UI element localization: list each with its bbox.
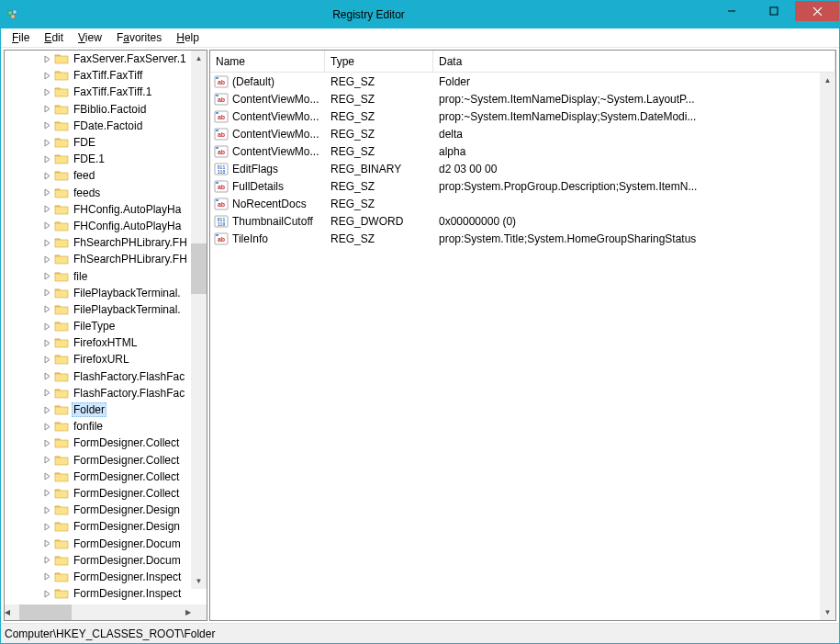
scroll-track[interactable] xyxy=(820,88,835,604)
tree-item[interactable]: FormDesigner.Docum xyxy=(5,552,192,569)
tree-body[interactable]: FaxServer.FaxServer.1FaxTiff.FaxTiffFaxT… xyxy=(5,51,207,604)
expand-icon[interactable] xyxy=(41,70,52,81)
expand-icon[interactable] xyxy=(41,187,52,198)
expand-icon[interactable] xyxy=(41,488,52,499)
expand-icon[interactable] xyxy=(41,288,52,299)
expand-icon[interactable] xyxy=(41,271,52,282)
expand-icon[interactable] xyxy=(41,170,52,181)
tree-item[interactable]: feeds xyxy=(5,185,192,201)
expand-icon[interactable] xyxy=(41,137,52,148)
expand-icon[interactable] xyxy=(41,504,52,515)
tree-item[interactable]: FormDesigner.Docum xyxy=(5,535,192,551)
expand-icon[interactable] xyxy=(41,521,52,532)
list-row[interactable]: abContentViewMo...REG_SZalpha xyxy=(210,142,835,160)
scroll-track[interactable] xyxy=(191,66,207,573)
expand-icon[interactable] xyxy=(41,404,52,415)
expand-icon[interactable] xyxy=(41,120,52,131)
expand-icon[interactable] xyxy=(41,471,52,482)
tree-item[interactable]: FHConfig.AutoPlayHa xyxy=(5,218,192,234)
expand-icon[interactable] xyxy=(41,104,52,115)
tree-item[interactable]: FormDesigner.Design xyxy=(5,518,192,535)
list-row[interactable]: abNoRecentDocsREG_SZ xyxy=(210,195,835,212)
expand-icon[interactable] xyxy=(41,354,52,365)
expand-icon[interactable] xyxy=(41,153,52,164)
expand-icon[interactable] xyxy=(41,254,52,265)
tree-item[interactable]: FaxTiff.FaxTiff xyxy=(5,67,192,84)
list-row[interactable]: abContentViewMo...REG_SZprop:~System.Ite… xyxy=(210,90,835,107)
tree-item[interactable]: FileType xyxy=(5,318,192,334)
column-header-name[interactable]: Name xyxy=(210,51,325,72)
expand-icon[interactable] xyxy=(41,388,52,399)
tree-item[interactable]: FDate.Factoid xyxy=(5,118,192,134)
tree-item[interactable]: feed xyxy=(5,167,192,184)
scroll-down-button[interactable]: ▼ xyxy=(820,604,835,620)
tree-item[interactable]: FormDesigner.Collect xyxy=(5,485,192,502)
expand-icon[interactable] xyxy=(41,304,52,315)
tree-item[interactable]: FaxServer.FaxServer.1 xyxy=(5,51,192,67)
expand-icon[interactable] xyxy=(41,204,52,215)
scroll-down-button[interactable]: ▼ xyxy=(191,573,207,589)
minimize-button[interactable] xyxy=(711,1,753,21)
list-row[interactable]: 011110ThumbnailCutoffREG_DWORD0x00000000… xyxy=(210,212,835,230)
expand-icon[interactable] xyxy=(41,437,52,448)
expand-icon[interactable] xyxy=(41,321,52,332)
tree-item[interactable]: FormDesigner.Collect xyxy=(5,452,192,469)
tree-item[interactable]: FDE xyxy=(5,134,192,151)
tree-item[interactable]: FBiblio.Factoid xyxy=(5,101,192,118)
hscroll-track[interactable] xyxy=(10,604,185,620)
scroll-thumb[interactable] xyxy=(191,243,207,294)
tree-item[interactable]: FaxTiff.FaxTiff.1 xyxy=(5,84,192,100)
list-vscrollbar[interactable]: ▲ ▼ xyxy=(820,73,835,620)
close-button[interactable] xyxy=(795,1,839,21)
tree-item[interactable]: fonfile xyxy=(5,418,192,435)
expand-icon[interactable] xyxy=(41,371,52,382)
tree-item[interactable]: FormDesigner.Inspect xyxy=(5,585,192,602)
list-body[interactable]: ab(Default)REG_SZFolderabContentViewMo..… xyxy=(210,73,835,620)
tree-item[interactable]: FirefoxHTML xyxy=(5,334,192,351)
tree-item[interactable]: FormDesigner.Inspect xyxy=(5,569,192,585)
titlebar[interactable]: Registry Editor xyxy=(1,1,839,28)
menu-help[interactable]: Help xyxy=(169,29,207,46)
list-row[interactable]: ab(Default)REG_SZFolder xyxy=(210,73,835,90)
expand-icon[interactable] xyxy=(41,538,52,549)
tree-item[interactable]: FilePlaybackTerminal. xyxy=(5,301,192,318)
maximize-button[interactable] xyxy=(753,1,795,21)
list-row[interactable]: abTileInfoREG_SZprop:System.Title;System… xyxy=(210,230,835,247)
tree-item[interactable]: FormDesigner.Collect xyxy=(5,469,192,485)
expand-icon[interactable] xyxy=(41,421,52,432)
tree-item[interactable]: FlashFactory.FlashFac xyxy=(5,385,192,401)
list-row[interactable]: abContentViewMo...REG_SZdelta xyxy=(210,125,835,142)
expand-icon[interactable] xyxy=(41,337,52,348)
menu-edit[interactable]: Edit xyxy=(37,29,71,46)
expand-icon[interactable] xyxy=(41,455,52,466)
tree-item[interactable]: FDE.1 xyxy=(5,151,192,167)
list-row[interactable]: abFullDetailsREG_SZprop:System.PropGroup… xyxy=(210,177,835,195)
tree-item[interactable]: FirefoxURL xyxy=(5,351,192,367)
hscroll-thumb[interactable] xyxy=(19,604,72,620)
menu-file[interactable]: File xyxy=(5,29,37,46)
tree-item[interactable]: FhSearchPHLibrary.FH xyxy=(5,251,192,267)
scroll-up-button[interactable]: ▲ xyxy=(820,73,835,88)
column-header-type[interactable]: Type xyxy=(325,51,433,72)
expand-icon[interactable] xyxy=(41,237,52,248)
tree-item[interactable]: file xyxy=(5,267,192,284)
expand-icon[interactable] xyxy=(41,220,52,232)
tree-item[interactable]: Folder xyxy=(5,401,192,418)
tree-item[interactable]: FlashFactory.FlashFac xyxy=(5,368,192,385)
tree-item[interactable]: FhSearchPHLibrary.FH xyxy=(5,234,192,251)
tree-hscrollbar[interactable]: ◀ ▶ xyxy=(5,604,207,620)
menu-view[interactable]: View xyxy=(71,29,109,46)
expand-icon[interactable] xyxy=(41,86,52,97)
list-row[interactable]: abContentViewMo...REG_SZprop:~System.Ite… xyxy=(210,107,835,125)
menu-favorites[interactable]: Favorites xyxy=(109,29,169,46)
expand-icon[interactable] xyxy=(41,555,52,566)
column-header-data[interactable]: Data xyxy=(433,51,835,72)
tree-item[interactable]: FormDesigner.Design xyxy=(5,502,192,518)
scroll-up-button[interactable]: ▲ xyxy=(191,51,207,66)
expand-icon[interactable] xyxy=(41,571,52,582)
tree-item[interactable]: FormDesigner.Collect xyxy=(5,435,192,451)
expand-icon[interactable] xyxy=(41,588,52,599)
tree-item[interactable]: FilePlaybackTerminal. xyxy=(5,285,192,301)
tree-vscrollbar[interactable]: ▲ ▼ xyxy=(191,51,207,589)
list-row[interactable]: 011110EditFlagsREG_BINARYd2 03 00 00 xyxy=(210,160,835,177)
